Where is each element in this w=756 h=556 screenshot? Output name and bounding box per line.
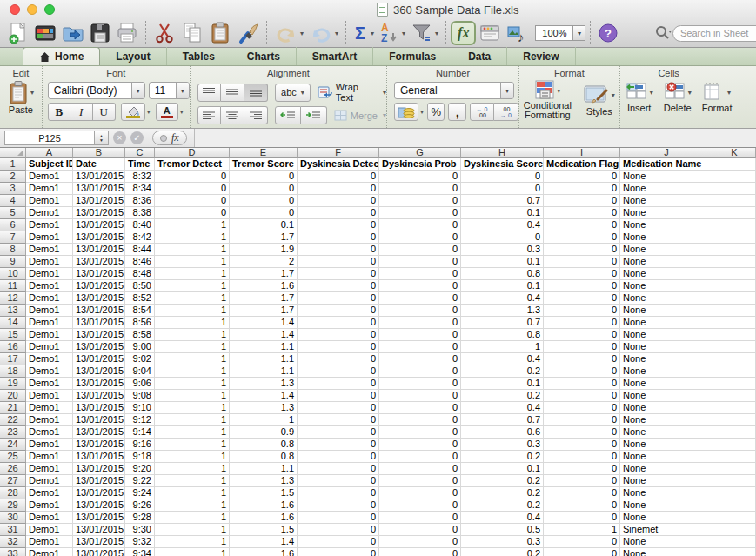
cell-K2[interactable] [713,171,756,183]
cell-E28[interactable]: 1.5 [230,487,298,499]
cell-D6[interactable]: 1 [155,219,230,231]
align-left-button[interactable] [197,106,221,124]
cell-J18[interactable]: None [620,365,713,378]
cell-I16[interactable]: 0 [544,341,620,353]
decrease-indent-button[interactable] [275,106,301,124]
cell-K23[interactable] [713,426,756,439]
cell-E14[interactable]: 1.4 [230,317,298,329]
cell-G22[interactable]: 0 [379,414,461,426]
cell-I25[interactable]: 0 [544,451,620,463]
cell-K25[interactable] [713,451,756,463]
cell-H31[interactable]: 0.5 [461,524,544,536]
cell-H20[interactable]: 0.2 [461,390,544,402]
cell-K19[interactable] [713,378,756,390]
cell-G13[interactable]: 0 [379,305,461,317]
cell-K24[interactable] [713,439,756,451]
cell-D12[interactable]: 1 [155,292,230,305]
cell-C32[interactable]: 9:32 [125,536,155,548]
cell-D30[interactable]: 1 [155,512,230,524]
format-cells-dropdown-arrow[interactable]: ▾ [727,89,731,97]
column-header-E[interactable]: E [230,148,298,158]
cell-H21[interactable]: 0.4 [461,402,544,414]
cell-F16[interactable]: 0 [298,341,379,353]
tab-formulas[interactable]: Formulas [373,47,452,65]
cell-E3[interactable]: 0 [230,183,298,195]
align-top-button[interactable] [197,84,221,102]
cell-J14[interactable]: None [620,317,713,329]
comma-button[interactable]: , [448,103,465,121]
cell-J26[interactable]: None [620,463,713,475]
cell-C23[interactable]: 9:14 [125,426,155,439]
cell-I14[interactable]: 0 [544,317,620,329]
cell-I23[interactable]: 0 [544,426,620,439]
row-header-26[interactable]: 26 [0,463,26,475]
cell-F12[interactable]: 0 [298,292,379,305]
cell-E15[interactable]: 1.4 [230,329,298,341]
cell-G30[interactable]: 0 [379,512,461,524]
cell-E8[interactable]: 1.9 [230,244,298,256]
cell-B21[interactable]: 13/01/2015 [73,402,125,414]
align-middle-button[interactable] [221,84,244,102]
tab-charts[interactable]: Charts [231,47,297,65]
cell-I29[interactable]: 0 [544,499,620,512]
cell-K1[interactable] [713,158,756,171]
cell-H33[interactable]: 0.2 [461,548,544,556]
cell-A4[interactable]: Demo1 [26,195,73,207]
cell-A9[interactable]: Demo1 [26,256,73,268]
row-header-22[interactable]: 22 [0,414,26,426]
insert-dropdown-arrow[interactable]: ▾ [650,89,653,97]
cell-C30[interactable]: 9:28 [125,512,155,524]
cell-I5[interactable]: 0 [544,207,620,219]
cell-F24[interactable]: 0 [298,439,379,451]
cell-D22[interactable]: 1 [155,414,230,426]
cell-F13[interactable]: 0 [298,305,379,317]
row-header-13[interactable]: 13 [0,305,26,317]
cell-I18[interactable]: 0 [544,365,620,378]
cell-A31[interactable]: Demo1 [26,524,73,536]
cell-C25[interactable]: 9:18 [125,451,155,463]
orientation-button[interactable]: abc▾ [275,84,311,102]
cell-E17[interactable]: 1.1 [230,353,298,365]
cell-I28[interactable]: 0 [544,487,620,499]
cell-B24[interactable]: 13/01/2015 [73,439,125,451]
cell-D17[interactable]: 1 [155,353,230,365]
cell-F1[interactable]: Dyskinesia Detect [298,158,379,171]
cell-A19[interactable]: Demo1 [26,378,73,390]
cell-K30[interactable] [713,512,756,524]
cell-A2[interactable]: Demo1 [26,171,73,183]
cell-K32[interactable] [713,536,756,548]
cell-B9[interactable]: 13/01/2015 [73,256,125,268]
merge-button[interactable]: Merge ▾ [334,110,386,121]
cell-E30[interactable]: 1.6 [230,512,298,524]
cell-H28[interactable]: 0.2 [461,487,544,499]
cell-B29[interactable]: 13/01/2015 [73,499,125,512]
cell-G20[interactable]: 0 [379,390,461,402]
cell-C20[interactable]: 9:08 [125,390,155,402]
cell-J13[interactable]: None [620,305,713,317]
cell-J9[interactable]: None [620,256,713,268]
row-header-12[interactable]: 12 [0,292,26,305]
cell-F28[interactable]: 0 [298,487,379,499]
cell-A21[interactable]: Demo1 [26,402,73,414]
cell-H23[interactable]: 0.6 [461,426,544,439]
cell-D14[interactable]: 1 [155,317,230,329]
cell-H9[interactable]: 0.1 [461,256,544,268]
cell-F25[interactable]: 0 [298,451,379,463]
percent-button[interactable]: % [427,103,445,121]
cell-A17[interactable]: Demo1 [26,353,73,365]
conditional-formatting-dropdown-arrow[interactable]: ▾ [557,87,560,95]
cell-J8[interactable]: None [620,244,713,256]
cell-H10[interactable]: 0.8 [461,268,544,280]
cell-E12[interactable]: 1.7 [230,292,298,305]
cell-H19[interactable]: 0.1 [461,378,544,390]
cell-K17[interactable] [713,353,756,365]
cell-F10[interactable]: 0 [298,268,379,280]
cell-E16[interactable]: 1.1 [230,341,298,353]
cell-D8[interactable]: 1 [155,244,230,256]
styles-button[interactable]: ▾ Styles [584,84,615,117]
cell-H25[interactable]: 0.2 [461,451,544,463]
row-header-25[interactable]: 25 [0,451,26,463]
cell-F15[interactable]: 0 [298,329,379,341]
cell-G21[interactable]: 0 [379,402,461,414]
cell-D33[interactable]: 1 [155,548,230,556]
